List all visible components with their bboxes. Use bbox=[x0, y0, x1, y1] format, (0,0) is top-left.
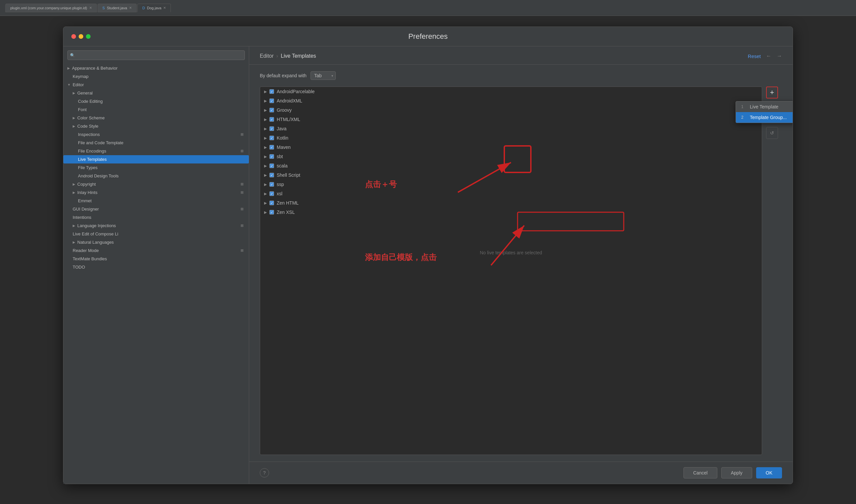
sidebar-item-gui-designer[interactable]: GUI Designer ⊞ bbox=[63, 205, 249, 213]
sidebar-item-color-scheme-label: Color Scheme bbox=[77, 115, 105, 120]
tab-plugin-xml[interactable]: plugin.xml (com.your.company.unique.plug… bbox=[5, 4, 97, 12]
help-icon: ? bbox=[263, 470, 266, 475]
group-checkbox[interactable] bbox=[269, 98, 274, 103]
main-content: Editor › Live Templates Reset ← → By def… bbox=[249, 47, 793, 484]
group-label: HTML/XML bbox=[277, 117, 300, 122]
sidebar-item-code-style[interactable]: ▶ Code Style bbox=[63, 122, 249, 130]
group-checkbox[interactable] bbox=[269, 108, 274, 112]
sidebar-item-live-edit-label: Live Edit of Compose Li bbox=[73, 231, 118, 236]
group-label: sbt bbox=[277, 154, 283, 159]
sidebar-item-keymap-label: Keymap bbox=[73, 74, 89, 79]
sidebar-item-android-design[interactable]: Android Design Tools bbox=[63, 172, 249, 180]
arrow-icon-natural-langs: ▶ bbox=[73, 240, 75, 244]
sidebar-item-appearance[interactable]: ▶ Appearance & Behavior bbox=[63, 64, 249, 72]
sidebar-item-emmet[interactable]: Emmet bbox=[63, 197, 249, 205]
inspections-icon: ⊞ bbox=[241, 132, 244, 137]
group-zen-xsl[interactable]: ▶ Zen XSL bbox=[260, 208, 762, 217]
group-android-xml[interactable]: ▶ AndroidXML bbox=[260, 96, 762, 105]
tab-dog-icon: D bbox=[142, 6, 145, 10]
nav-back-arrow[interactable]: ← bbox=[766, 53, 771, 59]
group-checkbox[interactable] bbox=[269, 210, 274, 215]
group-checkbox[interactable] bbox=[269, 163, 274, 168]
group-checkbox[interactable] bbox=[269, 173, 274, 177]
group-zen-html[interactable]: ▶ Zen HTML bbox=[260, 198, 762, 208]
ok-button[interactable]: OK bbox=[756, 467, 782, 479]
sidebar-item-font-label: Font bbox=[78, 107, 87, 112]
sidebar-item-file-encodings[interactable]: File Encodings ⊞ bbox=[63, 147, 249, 155]
group-kotlin[interactable]: ▶ Kotlin bbox=[260, 133, 762, 143]
sidebar-item-intentions[interactable]: Intentions bbox=[63, 213, 249, 221]
sidebar-item-file-types[interactable]: File Types bbox=[63, 163, 249, 172]
nav-forward-arrow[interactable]: → bbox=[777, 53, 782, 59]
sidebar-item-code-editing[interactable]: Code Editing bbox=[63, 97, 249, 105]
group-sbt[interactable]: ▶ sbt bbox=[260, 152, 762, 161]
group-ssp[interactable]: ▶ ssp bbox=[260, 180, 762, 189]
undo-button[interactable]: ↺ bbox=[766, 127, 778, 139]
group-checkbox[interactable] bbox=[269, 201, 274, 205]
sidebar-item-language-injections[interactable]: ▶ Language Injections ⊞ bbox=[63, 221, 249, 230]
file-encodings-icon: ⊞ bbox=[241, 149, 244, 153]
sidebar-item-inlay-hints[interactable]: ▶ Inlay Hints ⊞ bbox=[63, 188, 249, 197]
group-checkbox[interactable] bbox=[269, 145, 274, 149]
minimize-button[interactable] bbox=[78, 34, 83, 39]
group-arrow: ▶ bbox=[264, 192, 267, 196]
search-input[interactable] bbox=[67, 50, 245, 60]
group-checkbox[interactable] bbox=[269, 89, 274, 94]
group-checkbox[interactable] bbox=[269, 182, 274, 187]
dropdown-item-live-template[interactable]: 1 Live Template bbox=[736, 102, 793, 112]
apply-button[interactable]: Apply bbox=[721, 467, 752, 479]
expand-select[interactable]: Tab Enter Space bbox=[311, 71, 336, 80]
group-shell-script[interactable]: ▶ Shell Script bbox=[260, 170, 762, 180]
maximize-button[interactable] bbox=[86, 34, 91, 39]
help-button[interactable]: ? bbox=[260, 468, 269, 478]
tab-plugin-xml-close[interactable]: ✕ bbox=[89, 6, 92, 10]
sidebar-item-todo[interactable]: TODO bbox=[63, 263, 249, 271]
tab-dog-java[interactable]: D Dog.java ✕ bbox=[137, 4, 171, 12]
reset-button[interactable]: Reset bbox=[748, 53, 761, 59]
sidebar-item-keymap[interactable]: Keymap bbox=[63, 72, 249, 80]
sidebar-item-live-edit[interactable]: Live Edit of Compose Li bbox=[63, 230, 249, 238]
group-arrow: ▶ bbox=[264, 127, 267, 131]
group-java[interactable]: ▶ Java bbox=[260, 124, 762, 133]
sidebar-item-color-scheme[interactable]: ▶ Color Scheme bbox=[63, 114, 249, 122]
sidebar-item-inspections[interactable]: Inspections ⊞ bbox=[63, 130, 249, 139]
group-checkbox[interactable] bbox=[269, 154, 274, 159]
group-checkbox[interactable] bbox=[269, 191, 274, 196]
sidebar-item-copyright-label: Copyright bbox=[77, 182, 96, 187]
header-actions: Reset ← → bbox=[748, 53, 782, 59]
tab-student-java[interactable]: S Student.java ✕ bbox=[98, 4, 137, 12]
sidebar-item-general[interactable]: ▶ General bbox=[63, 89, 249, 97]
sidebar-item-textmate[interactable]: TextMate Bundles bbox=[63, 255, 249, 263]
no-selection-area: No live templates are selected bbox=[260, 217, 762, 288]
group-checkbox[interactable] bbox=[269, 117, 274, 122]
group-checkbox[interactable] bbox=[269, 136, 274, 140]
sidebar-item-font[interactable]: Font bbox=[63, 105, 249, 114]
sidebar-item-natural-languages[interactable]: ▶ Natural Languages bbox=[63, 238, 249, 246]
sidebar-item-copyright[interactable]: ▶ Copyright ⊞ bbox=[63, 180, 249, 188]
dropdown-item-template-group[interactable]: 2 Template Group... bbox=[736, 112, 793, 123]
arrow-icon-lang-injections: ▶ bbox=[73, 224, 75, 228]
sidebar-item-reader-mode[interactable]: Reader Mode ⊞ bbox=[63, 246, 249, 255]
breadcrumb: Editor › Live Templates bbox=[260, 53, 316, 59]
sidebar-item-editor[interactable]: ▼ Editor bbox=[63, 80, 249, 89]
group-scala[interactable]: ▶ scala bbox=[260, 161, 762, 170]
cancel-button[interactable]: Cancel bbox=[683, 467, 717, 479]
tab-dog-close[interactable]: ✕ bbox=[163, 6, 166, 10]
group-xsl[interactable]: ▶ xsl bbox=[260, 189, 762, 198]
group-arrow: ▶ bbox=[264, 90, 267, 94]
sidebar-item-general-label: General bbox=[77, 91, 92, 95]
tab-student-close[interactable]: ✕ bbox=[129, 6, 132, 10]
preferences-dialog: Preferences 🔍 ▶ Appearance & Behavior bbox=[63, 26, 793, 484]
group-checkbox[interactable] bbox=[269, 126, 274, 131]
group-html-xml[interactable]: ▶ HTML/XML bbox=[260, 115, 762, 124]
group-android-parcelable[interactable]: ▶ AndroidParcelable bbox=[260, 87, 762, 96]
tab-plugin-xml-label: plugin.xml (com.your.company.unique.plug… bbox=[10, 6, 87, 10]
add-button[interactable]: + bbox=[766, 87, 778, 98]
tab-student-label: Student.java bbox=[107, 6, 127, 10]
group-maven[interactable]: ▶ Maven bbox=[260, 143, 762, 152]
close-button[interactable] bbox=[71, 34, 76, 39]
sidebar-item-file-code-template[interactable]: File and Code Template bbox=[63, 139, 249, 147]
sidebar-item-language-injections-label: Language Injections bbox=[77, 223, 116, 228]
sidebar-item-live-templates[interactable]: Live Templates bbox=[63, 155, 249, 163]
group-groovy[interactable]: ▶ Groovy bbox=[260, 105, 762, 115]
